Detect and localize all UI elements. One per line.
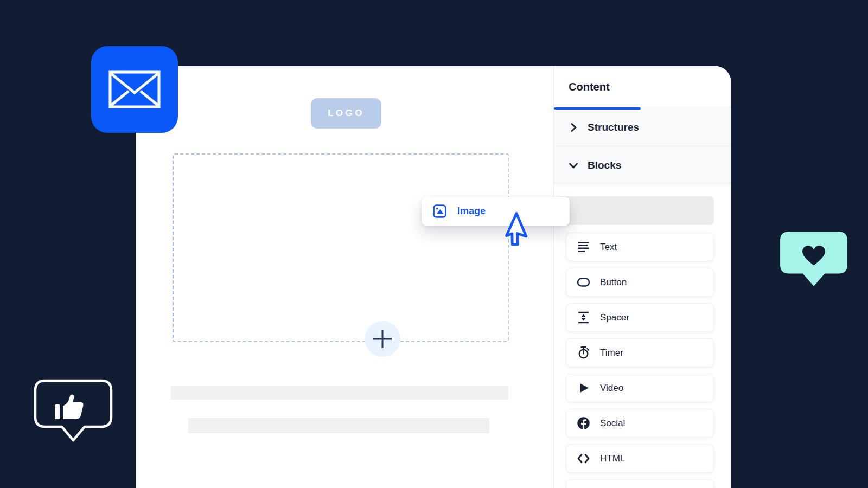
sidebar-tabbar: Content xyxy=(554,66,731,108)
blocks-list: Text Button xyxy=(554,184,731,487)
block-label: Video xyxy=(600,383,623,394)
block-card-social[interactable]: Social xyxy=(566,409,714,438)
block-label: Timer xyxy=(600,348,623,358)
block-card-html[interactable]: HTML xyxy=(566,444,714,473)
block-label: Text xyxy=(600,242,617,253)
dragged-image-block[interactable]: Image xyxy=(422,197,570,226)
text-placeholder-bar xyxy=(171,386,508,400)
facebook-icon xyxy=(576,416,591,431)
section-structures[interactable]: Structures xyxy=(554,108,731,146)
block-label: Button xyxy=(600,277,627,288)
block-card-button[interactable]: Button xyxy=(566,268,714,297)
plus-icon xyxy=(372,328,393,350)
email-builder-screen: { "canvas": { "logo_placeholder": "LOGO"… xyxy=(0,0,868,488)
heart-badge xyxy=(779,230,848,290)
stopwatch-icon xyxy=(576,345,591,360)
block-card-video[interactable]: Video xyxy=(566,374,714,402)
block-card-timer[interactable]: Timer xyxy=(566,338,714,367)
section-blocks-label: Blocks xyxy=(588,159,621,171)
editor-panel: LOGO Content S xyxy=(136,66,731,488)
content-sidebar: Content Structures Blocks xyxy=(553,66,731,488)
tab-content[interactable]: Content xyxy=(569,66,610,108)
block-card-spacer[interactable]: Spacer xyxy=(566,303,714,332)
block-label: HTML xyxy=(600,453,625,464)
chevron-down-icon xyxy=(567,159,579,171)
envelope-badge xyxy=(91,46,178,133)
code-brackets-icon xyxy=(576,451,591,466)
email-canvas: LOGO xyxy=(136,66,553,488)
block-card-partial[interactable] xyxy=(566,479,714,488)
button-pill-icon xyxy=(576,275,591,290)
chevron-right-icon xyxy=(567,121,579,133)
heart-bubble-icon xyxy=(779,230,848,288)
block-card-text[interactable]: Text xyxy=(566,233,714,261)
drop-zone[interactable] xyxy=(173,153,509,342)
logo-placeholder-label: LOGO xyxy=(328,108,365,119)
block-label: Spacer xyxy=(600,312,629,323)
block-label: Social xyxy=(600,418,625,429)
text-placeholder-bar xyxy=(188,418,489,433)
add-content-button[interactable] xyxy=(365,321,400,357)
spacer-arrows-icon xyxy=(576,310,591,325)
thumbs-up-badge xyxy=(34,379,113,447)
dragged-block-empty-slot xyxy=(555,196,714,225)
text-lines-icon xyxy=(576,240,591,254)
thumbs-up-bubble-icon xyxy=(34,379,113,445)
dragged-block-label: Image xyxy=(457,206,486,217)
logo-placeholder-block[interactable]: LOGO xyxy=(311,98,381,129)
play-icon xyxy=(576,381,591,395)
active-tab-indicator xyxy=(554,107,641,110)
section-blocks[interactable]: Blocks xyxy=(554,146,731,184)
tab-content-label: Content xyxy=(569,81,610,93)
section-structures-label: Structures xyxy=(588,121,639,133)
image-icon xyxy=(432,204,447,219)
envelope-icon xyxy=(108,70,161,108)
